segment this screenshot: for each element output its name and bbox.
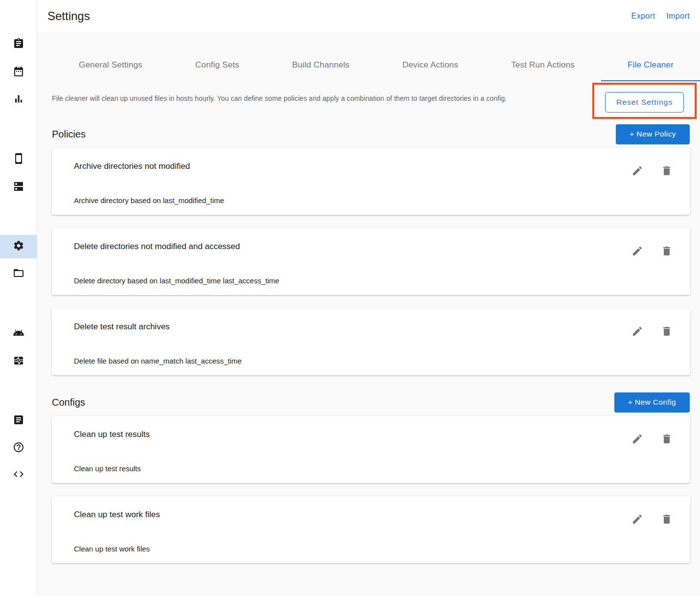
file-cleaner-description: File cleaner will clean up unused files …	[52, 94, 507, 102]
edit-button[interactable]	[631, 325, 643, 337]
tab[interactable]: Test Run Actions	[485, 32, 601, 81]
pencil-icon	[631, 331, 643, 339]
sidebar-item-api[interactable]	[0, 463, 37, 487]
delete-button[interactable]	[661, 165, 673, 177]
item-card-description: Delete file based on name_match last_acc…	[74, 357, 242, 365]
item-card-title: Delete directories not modified and acce…	[74, 242, 668, 252]
main-area: Settings Export Import General Settings …	[37, 0, 700, 596]
bar-chart-icon	[13, 93, 24, 107]
edit-button[interactable]	[631, 513, 643, 525]
configs-title: Configs	[52, 397, 85, 408]
configs-section-header: Configs + New Config	[37, 389, 700, 416]
sidebar-item-tests[interactable]	[0, 33, 37, 56]
settings-tab-bar: General Settings Config Sets Build Chann…	[37, 32, 700, 81]
settings-gear-icon	[13, 240, 24, 253]
sidebar-item-help[interactable]	[0, 436, 37, 460]
pencil-icon	[631, 171, 643, 178]
trash-icon	[661, 251, 673, 258]
pencil-icon	[631, 439, 643, 446]
delete-button[interactable]	[661, 513, 673, 525]
item-card: Clean up test work files Clean up test w…	[52, 496, 690, 563]
item-card: Delete test result archives Delete file …	[52, 308, 690, 375]
page-title: Settings	[47, 9, 620, 23]
sidebar-item-docs[interactable]	[0, 409, 37, 433]
export-link[interactable]: Export	[631, 12, 655, 21]
edit-button[interactable]	[631, 433, 643, 445]
trash-icon	[661, 171, 673, 178]
sidebar-item-plans[interactable]	[0, 61, 37, 84]
page-header: Settings Export Import	[37, 0, 700, 32]
item-card: Clean up test results Clean up test resu…	[52, 416, 690, 483]
file-cleaner-description-row: File cleaner will clean up unused files …	[37, 81, 700, 120]
item-card: Archive directories not modified Archive…	[52, 148, 690, 215]
item-card-actions	[631, 325, 673, 337]
item-card-title: Clean up test work files	[74, 510, 668, 520]
tab[interactable]: Config Sets	[169, 32, 266, 81]
delete-button[interactable]	[661, 433, 673, 445]
sidebar-nav	[0, 0, 37, 596]
item-card-description: Clean up test work files	[74, 545, 150, 553]
article-icon	[13, 414, 24, 428]
delete-button[interactable]	[661, 245, 673, 257]
item-card-description: Delete directory based on last_modified_…	[74, 276, 279, 285]
item-card-title: Archive directories not modified	[74, 161, 668, 171]
item-card-actions	[631, 245, 673, 257]
help-icon	[13, 441, 24, 455]
code-icon	[13, 468, 24, 482]
item-card-description: Clean up test results	[74, 464, 141, 473]
item-card-title: Delete test result archives	[74, 322, 668, 332]
item-card-title: Clean up test results	[74, 430, 668, 439]
calendar-icon	[13, 66, 24, 79]
annotation-highlight-box: Reset Settings	[592, 83, 697, 119]
host-pulse-icon	[13, 355, 24, 368]
new-config-button[interactable]: + New Config	[614, 392, 690, 413]
tab[interactable]: File Cleaner	[601, 32, 700, 81]
policy-card-list: Archive directories not modified Archive…	[37, 148, 700, 375]
sidebar-item-android[interactable]	[0, 321, 37, 345]
item-card-description: Archive directory based on last_modified…	[74, 196, 224, 205]
trash-icon	[661, 519, 673, 527]
item-card: Delete directories not modified and acce…	[52, 228, 690, 295]
tab[interactable]: General Settings	[52, 32, 169, 81]
android-icon	[13, 326, 24, 340]
sidebar-item-reports[interactable]	[0, 88, 37, 112]
edit-button[interactable]	[631, 165, 643, 177]
sidebar-item-devices[interactable]	[0, 148, 37, 171]
new-policy-button[interactable]: + New Policy	[616, 124, 690, 144]
item-card-actions	[631, 513, 673, 525]
pencil-icon	[631, 519, 643, 527]
sidebar-item-monitoring[interactable]	[0, 350, 37, 373]
tab[interactable]: Device Actions	[376, 32, 485, 81]
trash-icon	[661, 331, 673, 339]
item-card-actions	[631, 165, 673, 177]
pencil-icon	[631, 251, 643, 258]
import-link[interactable]: Import	[666, 12, 690, 21]
tab[interactable]: Build Channels	[266, 32, 376, 81]
settings-content: General Settings Config Sets Build Chann…	[37, 32, 700, 596]
reset-settings-button[interactable]: Reset Settings	[605, 92, 684, 113]
sidebar-item-hosts[interactable]	[0, 176, 37, 199]
trash-icon	[661, 439, 673, 446]
config-card-list: Clean up test results Clean up test resu…	[37, 416, 700, 563]
delete-button[interactable]	[661, 325, 673, 337]
sidebar-item-files[interactable]	[0, 262, 37, 286]
edit-button[interactable]	[631, 245, 643, 257]
policies-section-header: Policies + New Policy	[37, 120, 700, 148]
clipboard-icon	[13, 38, 24, 51]
policies-title: Policies	[52, 129, 86, 140]
item-card-actions	[631, 433, 673, 445]
storage-icon	[13, 181, 24, 194]
folder-icon	[13, 267, 24, 281]
app-window: Settings Export Import General Settings …	[0, 0, 700, 596]
smartphone-icon	[13, 153, 24, 166]
sidebar-item-settings[interactable]	[0, 235, 37, 258]
